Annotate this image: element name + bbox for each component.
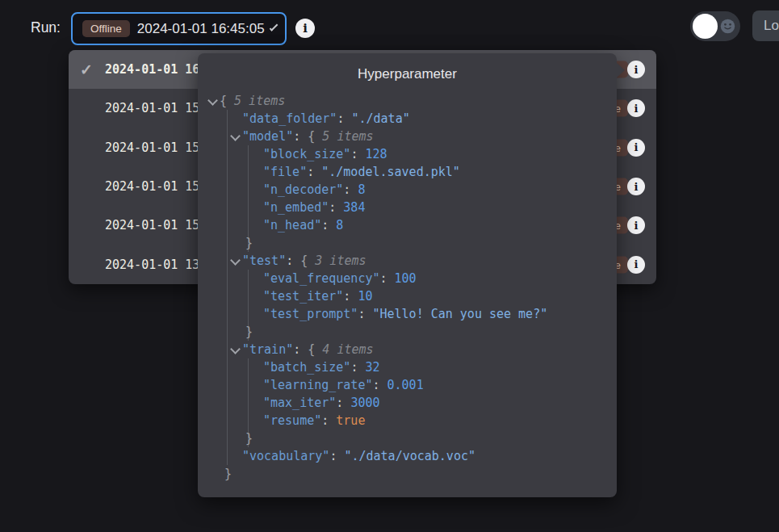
run-timestamp: 2024-01-01 15 <box>105 179 199 194</box>
run-select[interactable]: Offline 2024-01-01 16:45:05 <box>71 12 287 45</box>
json-line: "vocabulary": "./data/vocab.voc" <box>208 447 606 465</box>
info-glyph: i <box>635 258 639 270</box>
run-timestamp: 2024-01-01 13 <box>105 258 199 272</box>
json-token-colon: : <box>293 129 308 144</box>
json-token-colon: : <box>350 147 365 161</box>
json-token-colon: : <box>337 111 351 126</box>
json-line: { 5 items <box>208 92 606 110</box>
offline-badge: Offline <box>82 20 130 37</box>
json-token-key: "batch_size" <box>263 360 350 375</box>
json-token-brace: } <box>245 236 253 250</box>
logs-button[interactable]: Log <box>752 10 779 41</box>
json-token-key: "test_iter" <box>263 289 343 304</box>
chevron-down-icon <box>269 23 278 31</box>
json-token-number: 128 <box>365 147 387 161</box>
info-glyph: i <box>635 141 639 153</box>
json-line: "resume": true <box>208 412 606 429</box>
json-token-colon: : <box>329 449 344 463</box>
json-token-string: "./data/vocab.voc" <box>344 449 475 463</box>
collapse-caret-icon[interactable] <box>207 95 218 106</box>
json-token-colon: : <box>307 165 321 179</box>
json-token-number: 10 <box>358 289 372 304</box>
info-icon[interactable]: i <box>627 178 645 195</box>
json-line: } <box>208 465 606 483</box>
popup-arrow <box>617 63 625 77</box>
json-token-string: "./model.saved.pkl" <box>321 165 460 179</box>
json-token-key: "n_embed" <box>263 200 329 215</box>
collapse-caret-icon[interactable] <box>230 255 241 266</box>
info-icon[interactable]: i <box>627 61 645 78</box>
json-token-key: "learning_rate" <box>263 378 372 392</box>
info-icon[interactable]: i <box>627 216 645 234</box>
json-token-key: "resume" <box>263 413 321 428</box>
info-glyph: i <box>635 103 639 115</box>
json-line: "train": { 4 items <box>208 341 606 358</box>
json-line: "batch_size": 32 <box>208 358 606 376</box>
json-token-key: "train" <box>242 342 293 357</box>
json-line: "test": { 3 items <box>208 252 606 270</box>
json-line: } <box>208 323 606 341</box>
json-token-string: "./data" <box>351 111 409 126</box>
run-timestamp: 2024-01-01 15 <box>105 140 199 155</box>
json-token-number: 100 <box>395 271 417 286</box>
json-token-number: 32 <box>365 360 379 375</box>
json-line: "n_head": 8 <box>208 216 606 234</box>
info-icon[interactable]: i <box>627 139 645 157</box>
json-token-number: 8 <box>358 182 365 197</box>
popup-title: Hyperparameter <box>198 66 617 82</box>
json-token-key: "vocabulary" <box>242 449 329 463</box>
info-icon[interactable]: i <box>627 99 645 117</box>
json-token-count: 5 items <box>322 129 373 144</box>
smiley-icon <box>719 18 736 35</box>
json-token-brace: { <box>308 342 322 357</box>
json-token-count: 4 items <box>322 342 373 357</box>
json-token-string: "Hello! Can you see me?" <box>372 307 547 321</box>
json-line: "learning_rate": 0.001 <box>208 376 606 394</box>
json-token-brace: } <box>224 467 232 481</box>
collapse-caret-icon[interactable] <box>230 344 241 354</box>
json-token-colon: : <box>343 289 358 304</box>
json-token-brace: } <box>245 431 253 446</box>
run-timestamp: 2024-01-01 15 <box>105 101 199 115</box>
json-line: "eval_frequency": 100 <box>208 270 606 287</box>
json-token-key: "data_folder" <box>242 111 337 126</box>
collapse-caret-icon[interactable] <box>230 131 241 141</box>
json-token-key: "test_prompt" <box>263 307 358 321</box>
json-line: "n_embed": 384 <box>208 199 606 216</box>
info-glyph: i <box>303 21 308 36</box>
json-token-key: "n_head" <box>263 218 321 232</box>
json-line: "model": { 5 items <box>208 128 606 145</box>
json-token-brace: { <box>308 129 322 144</box>
json-line: "data_folder": "./data" <box>208 110 606 128</box>
json-token-key: "eval_frequency" <box>263 271 380 286</box>
info-icon[interactable]: i <box>627 256 645 274</box>
json-line: "block_size": 128 <box>208 145 606 163</box>
info-glyph: i <box>635 220 639 232</box>
hyperparameter-popup: Hyperparameter { 5 items"data_folder": "… <box>198 53 617 497</box>
json-token-key: "n_decoder" <box>263 182 343 197</box>
json-token-number: 8 <box>336 218 343 232</box>
json-token-key: "block_size" <box>263 147 350 161</box>
json-token-brace: { <box>220 94 234 108</box>
info-icon[interactable]: i <box>295 19 315 38</box>
json-token-bool: true <box>336 413 365 428</box>
json-token-brace: } <box>245 325 253 339</box>
json-token-colon: : <box>358 307 372 321</box>
theme-toggle[interactable] <box>690 11 740 41</box>
json-line: "n_decoder": 8 <box>208 181 606 199</box>
json-viewer: { 5 items"data_folder": "./data""model":… <box>208 92 606 489</box>
run-label: Run: <box>31 19 61 36</box>
json-token-number: 384 <box>343 200 365 215</box>
json-token-colon: : <box>293 342 308 357</box>
json-token-count: 3 items <box>315 253 366 268</box>
json-token-key: "file" <box>263 165 307 179</box>
toggle-knob <box>693 14 718 39</box>
json-token-colon: : <box>329 200 343 215</box>
json-token-colon: : <box>350 360 365 375</box>
json-token-colon: : <box>286 253 300 268</box>
run-timestamp: 2024-01-01 16 <box>105 62 199 77</box>
info-glyph: i <box>635 181 639 193</box>
json-token-colon: : <box>336 396 350 410</box>
json-token-brace: { <box>300 253 315 268</box>
check-icon: ✓ <box>80 61 93 79</box>
